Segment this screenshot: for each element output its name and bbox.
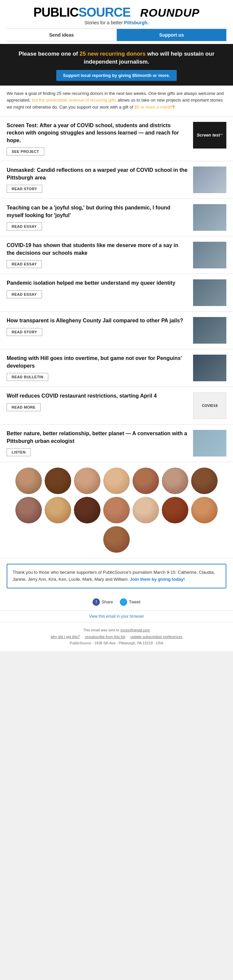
why-link[interactable]: why did I get this?	[51, 635, 80, 639]
avatar	[15, 497, 42, 523]
logo-source: SOURCE	[79, 5, 131, 19]
article-row: Wolf reduces COVID restaurant restrictio…	[0, 387, 233, 425]
article-row: Unmasked: Candid reflections on a warped…	[0, 161, 233, 199]
article-image: Screen test™	[193, 122, 226, 148]
article-row: How transparent is Allegheny County Jail…	[0, 312, 233, 349]
article-image	[193, 242, 226, 268]
article-title: Unmasked: Candid reflections on a warped…	[7, 167, 188, 181]
article-button[interactable]: READ STORY	[7, 328, 42, 336]
email-link[interactable]: xxxxx@gmail.com	[120, 628, 150, 632]
article-content: Wolf reduces COVID restaurant restrictio…	[7, 392, 188, 411]
article-content: Unmasked: Candid reflections on a warped…	[7, 167, 188, 193]
donate-button[interactable]: Support local reporting by giving $5/mon…	[56, 70, 176, 81]
team-section	[0, 462, 233, 558]
article-image	[193, 279, 226, 306]
article-button[interactable]: LISTEN	[7, 448, 31, 456]
article-title: COVID-19 has shown that students like me…	[7, 242, 188, 257]
thankyou-box: Thank you to those who became supporters…	[7, 564, 226, 589]
facebook-icon: f	[92, 598, 100, 606]
nav-buttons: Send ideas Support us	[7, 29, 226, 41]
give-today-link[interactable]: Join them by giving today!	[130, 577, 185, 582]
update-prefs-link[interactable]: update subscription preferences	[130, 635, 183, 639]
article-content: Screen Test: After a year of COVID schoo…	[7, 122, 188, 156]
avatar	[191, 497, 218, 523]
article-title: Screen Test: After a year of COVID schoo…	[7, 122, 188, 144]
view-browser-link[interactable]: View this email in your browser	[89, 614, 144, 619]
article-title: Wolf reduces COVID restaurant restrictio…	[7, 392, 188, 399]
article-button[interactable]: READ BULLETIN	[7, 373, 48, 381]
article-title: How transparent is Allegheny County Jail…	[7, 317, 188, 325]
article-title: Better nature, better relationship, bett…	[7, 430, 188, 445]
avatar	[133, 468, 159, 494]
banner-text: Please become one of 25 new recurring do…	[10, 50, 223, 66]
footer-address: PublicSource · 1936 5th Ave · Pittsburgh…	[7, 640, 226, 647]
unsubscribe-link[interactable]: unsubscribe from this list	[85, 635, 125, 639]
article-title: Teaching can be a 'joyful slog,' but dur…	[7, 204, 188, 219]
article-image	[193, 167, 226, 193]
article-button[interactable]: READ MORE	[7, 403, 41, 411]
twitter-icon: 🐦	[120, 598, 127, 606]
avatar	[103, 526, 130, 553]
article-content: How transparent is Allegheny County Jail…	[7, 317, 188, 336]
avatar	[133, 497, 159, 523]
avatar	[162, 468, 189, 494]
social-section: f Share 🐦 Tweet	[0, 594, 233, 611]
donation-banner: Please become one of 25 new recurring do…	[0, 44, 233, 86]
article-title: Pandemic isolation helped me better unde…	[7, 279, 188, 287]
article-content: Teaching can be a 'joyful slog,' but dur…	[7, 204, 188, 231]
footer: This email was sent to xxxxx@gmail.com w…	[0, 622, 233, 651]
footer-email-line: This email was sent to xxxxx@gmail.com	[7, 627, 226, 634]
intro-text: We have a goal of finding 25 new recurri…	[0, 86, 233, 116]
logo-public: PUBLIC	[33, 5, 78, 19]
article-image	[193, 317, 226, 344]
avatar	[74, 468, 100, 494]
article-button[interactable]: READ ESSAY	[7, 223, 42, 231]
article-button[interactable]: SEE PROJECT	[7, 148, 44, 156]
footer-links: why did I get this? · unsubscribe from t…	[7, 634, 226, 640]
article-row: Pandemic isolation helped me better unde…	[0, 274, 233, 312]
share-button[interactable]: f Share	[92, 598, 113, 606]
tweet-button[interactable]: 🐦 Tweet	[120, 598, 141, 606]
avatar	[15, 468, 42, 494]
article-row: COVID-19 has shown that students like me…	[0, 236, 233, 274]
send-ideas-button[interactable]: Send ideas	[7, 29, 117, 41]
article-row: Meeting with Hill goes into overtime, bu…	[0, 349, 233, 387]
avatar	[44, 497, 71, 523]
article-content: Better nature, better relationship, bett…	[7, 430, 188, 456]
tagline: Stories for a better Pittsburgh.	[7, 20, 226, 25]
article-image	[193, 204, 226, 231]
avatar	[191, 468, 218, 494]
article-button[interactable]: READ STORY	[7, 185, 42, 193]
article-content: Meeting with Hill goes into overtime, bu…	[7, 355, 188, 381]
avatar	[44, 468, 71, 494]
support-us-button[interactable]: Support us	[117, 29, 227, 41]
article-content: COVID-19 has shown that students like me…	[7, 242, 188, 268]
logo-roundup: ROUNDUP	[140, 6, 200, 19]
article-image	[193, 430, 226, 457]
avatar	[74, 497, 100, 523]
article-button[interactable]: READ ESSAY	[7, 260, 42, 268]
article-title: Meeting with Hill goes into overtime, bu…	[7, 355, 188, 370]
article-row: Better nature, better relationship, bett…	[0, 425, 233, 462]
article-button[interactable]: READ ESSAY	[7, 290, 42, 298]
logo: PUBLICSOURCE ROUNDUP	[7, 6, 226, 19]
article-content: Pandemic isolation helped me better unde…	[7, 279, 188, 298]
avatar	[103, 497, 130, 523]
article-row: Teaching can be a 'joyful slog,' but dur…	[0, 199, 233, 236]
team-grid	[7, 468, 226, 553]
avatar	[103, 468, 130, 494]
avatar	[162, 497, 189, 523]
article-image: COVID19	[193, 392, 226, 419]
article-row: Screen Test: After a year of COVID schoo…	[0, 116, 233, 161]
header: PUBLICSOURCE ROUNDUP Stories for a bette…	[0, 0, 233, 44]
article-image	[193, 355, 226, 381]
view-browser: View this email in your browser	[0, 611, 233, 622]
email-container: PUBLICSOURCE ROUNDUP Stories for a bette…	[0, 0, 233, 651]
